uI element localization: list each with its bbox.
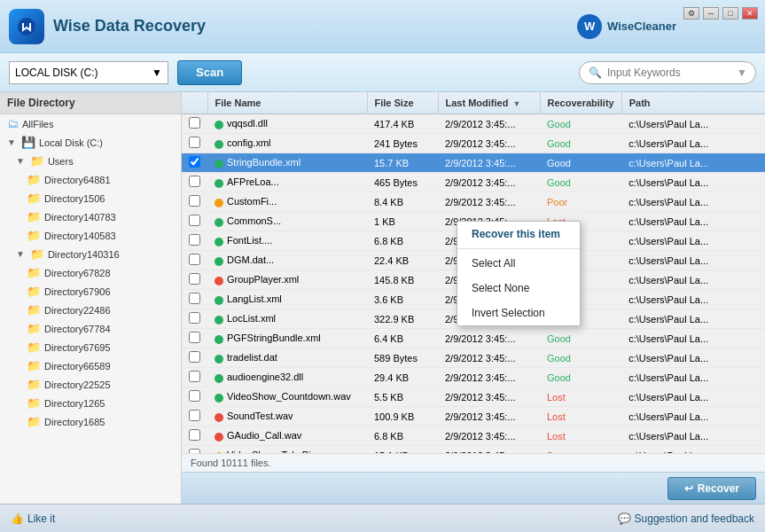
sidebar-item-directory1685[interactable]: 📁Directory1685 xyxy=(0,412,181,431)
checkbox[interactable] xyxy=(189,293,200,304)
checkbox[interactable] xyxy=(189,312,200,324)
sidebar-item-directory67784[interactable]: 📁Directory67784 xyxy=(0,319,181,338)
row-filename: StringBundle.xml xyxy=(207,153,367,173)
checkbox[interactable] xyxy=(189,176,200,187)
checkbox[interactable] xyxy=(189,351,200,363)
sidebar-item-directory22486[interactable]: 📁Directory22486 xyxy=(0,301,181,319)
table-row[interactable]: tradelist.dat 589 Bytes 2/9/2012 3:45:..… xyxy=(182,348,765,368)
status-dot xyxy=(215,218,223,227)
sidebar-item-directory22525[interactable]: 📁Directory22525 xyxy=(0,375,181,394)
row-filename: VideoShow_TakePic.wav xyxy=(207,446,367,454)
table-row[interactable]: config.xml 241 Bytes 2/9/2012 3:45:... G… xyxy=(182,134,765,153)
row-checkbox[interactable] xyxy=(182,192,207,212)
header-path[interactable]: Path xyxy=(621,92,765,114)
row-checkbox[interactable] xyxy=(182,387,207,407)
checkbox[interactable] xyxy=(189,117,200,129)
status-dot xyxy=(215,355,223,364)
row-filename: DGM.dat... xyxy=(207,251,367,270)
checkbox[interactable] xyxy=(189,371,200,382)
recover-button[interactable]: ↩ Recover xyxy=(667,477,756,500)
sidebar-item-directory140783[interactable]: 📁Directory140783 xyxy=(0,207,181,226)
row-checkbox[interactable] xyxy=(182,329,207,348)
row-checkbox[interactable] xyxy=(182,173,207,192)
table-row[interactable]: audioengine32.dll 29.4 KB 2/9/2012 3:45:… xyxy=(182,368,765,387)
row-checkbox[interactable] xyxy=(182,212,207,231)
sidebar-item-label: Local Disk (C:) xyxy=(39,137,103,148)
row-checkbox[interactable] xyxy=(182,348,207,368)
header-filename[interactable]: File Name xyxy=(207,92,367,114)
sidebar-item-local-disk-(c:)[interactable]: ▼💾Local Disk (C:) xyxy=(0,133,181,152)
maximize-button[interactable]: □ xyxy=(722,7,738,20)
window-controls: ⚙ ─ □ ✕ xyxy=(683,7,758,20)
checkbox[interactable] xyxy=(189,215,200,226)
sidebar-item-allfiles[interactable]: 🗂AllFiles xyxy=(0,114,181,133)
checkbox[interactable] xyxy=(189,234,200,246)
row-checkbox[interactable] xyxy=(182,290,207,309)
row-checkbox[interactable] xyxy=(182,134,207,153)
row-checkbox[interactable] xyxy=(182,251,207,270)
checkbox[interactable] xyxy=(189,332,200,343)
checkbox[interactable] xyxy=(189,410,200,421)
sidebar-item-directory140316[interactable]: ▼📁Directory140316 xyxy=(0,245,181,263)
row-checkbox[interactable] xyxy=(182,114,207,134)
sidebar-item-directory140583[interactable]: 📁Directory140583 xyxy=(0,226,181,245)
table-row[interactable]: StringBundle.xml 15.7 KB 2/9/2012 3:45:.… xyxy=(182,153,765,173)
like-button[interactable]: 👍 Like it xyxy=(11,512,55,525)
settings-button[interactable]: ⚙ xyxy=(683,7,699,20)
context-menu-item-invert-selection[interactable]: Invert Selection xyxy=(457,301,580,325)
context-menu-item-select-all[interactable]: Select All xyxy=(457,251,580,276)
sidebar-item-directory67906[interactable]: 📁Directory67906 xyxy=(0,282,181,301)
table-row[interactable]: SoundTest.wav 100.9 KB 2/9/2012 3:45:...… xyxy=(182,407,765,426)
row-checkbox[interactable] xyxy=(182,231,207,251)
sidebar-item-directory67695[interactable]: 📁Directory67695 xyxy=(0,338,181,356)
checkbox[interactable] xyxy=(189,137,200,148)
table-row[interactable]: vqqsdl.dll 417.4 KB 2/9/2012 3:45:... Go… xyxy=(182,114,765,134)
folder-icon: 📁 xyxy=(27,192,41,205)
folder-icon: 📁 xyxy=(27,303,41,317)
folder-icon: 📁 xyxy=(27,340,41,354)
table-row[interactable]: AFPreLoa... 465 Bytes 2/9/2012 3:45:... … xyxy=(182,173,765,192)
row-checkbox[interactable] xyxy=(182,426,207,446)
table-row[interactable]: PGFStringBundle.xml 6.4 KB 2/9/2012 3:45… xyxy=(182,329,765,348)
checkbox[interactable] xyxy=(189,156,200,168)
row-checkbox[interactable] xyxy=(182,309,207,329)
context-menu-item-recover-this-item[interactable]: Recover this item xyxy=(457,222,580,246)
table-row[interactable]: VideoShow_Countdown.wav 5.5 KB 2/9/2012 … xyxy=(182,387,765,407)
table-row[interactable]: VideoShow_TakePic.wav 15.1 KB 2/9/2012 3… xyxy=(182,446,765,454)
checkbox[interactable] xyxy=(189,390,200,402)
checkbox[interactable] xyxy=(189,273,200,285)
folder-icon: 📁 xyxy=(30,154,44,168)
checkbox[interactable] xyxy=(189,254,200,265)
context-menu-item-select-none[interactable]: Select None xyxy=(457,276,580,301)
status-dot xyxy=(215,413,223,422)
status-dot xyxy=(215,121,223,129)
checkbox[interactable] xyxy=(189,429,200,441)
sidebar-item-directory64881[interactable]: 📁Directory64881 xyxy=(0,170,181,189)
row-checkbox[interactable] xyxy=(182,407,207,426)
sidebar-item-directory66589[interactable]: 📁Directory66589 xyxy=(0,356,181,375)
folder-icon: 📁 xyxy=(27,266,41,279)
sidebar-item-label: Directory1685 xyxy=(44,417,105,427)
row-path: c:\Users\Paul La... xyxy=(621,192,765,212)
checkbox[interactable] xyxy=(189,195,200,207)
row-checkbox[interactable] xyxy=(182,368,207,387)
minimize-button[interactable]: ─ xyxy=(703,7,719,20)
row-checkbox[interactable] xyxy=(182,446,207,454)
close-button[interactable]: ✕ xyxy=(742,7,758,20)
feedback-button[interactable]: 💬 Suggestion and feedback xyxy=(618,512,754,525)
sidebar-item-users[interactable]: ▼📁Users xyxy=(0,152,181,170)
header-recoverability[interactable]: Recoverability xyxy=(540,92,621,114)
row-filesize: 417.4 KB xyxy=(367,114,438,134)
sidebar-item-directory1506[interactable]: 📁Directory1506 xyxy=(0,189,181,207)
search-input[interactable] xyxy=(607,66,731,79)
scan-button[interactable]: Scan xyxy=(177,60,242,85)
disk-selector[interactable]: LOCAL DISK (C:) ▼ xyxy=(9,61,168,84)
row-checkbox[interactable] xyxy=(182,270,207,290)
header-filesize[interactable]: File Size xyxy=(367,92,438,114)
table-row[interactable]: GAudio_Call.wav 6.8 KB 2/9/2012 3:45:...… xyxy=(182,426,765,446)
row-checkbox[interactable] xyxy=(182,153,207,173)
sidebar-item-directory1265[interactable]: 📁Directory1265 xyxy=(0,394,181,412)
header-lastmodified[interactable]: Last Modified ▼ xyxy=(438,92,540,114)
table-row[interactable]: CustomFi... 8.4 KB 2/9/2012 3:45:... Poo… xyxy=(182,192,765,212)
sidebar-item-directory67828[interactable]: 📁Directory67828 xyxy=(0,263,181,282)
